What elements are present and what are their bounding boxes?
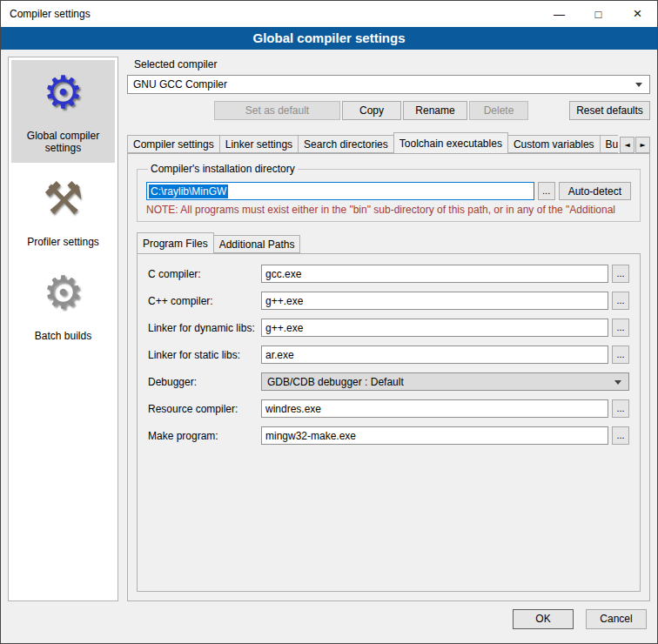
reset-defaults-button[interactable]: Reset defaults [569,101,650,120]
install-dir-row: C:\raylib\MinGW ... Auto-detect [146,182,631,200]
tab-search-directories[interactable]: Search directories [298,135,394,153]
tab-scroll-buttons: ◄ ► [618,137,650,153]
resource-compiler-row: Resource compiler: ... [148,399,629,418]
window-title: Compiler settings [1,1,540,27]
debugger-select-value: GDB/CDB debugger : Default [267,376,404,388]
dialog-content: ⚙ Global compiler settings ⚒ Profiler se… [1,50,657,605]
install-dir-browse-button[interactable]: ... [538,182,555,200]
tab-linker-settings[interactable]: Linker settings [219,135,299,153]
tabs-scroller: Compiler settings Linker settings Search… [127,132,618,153]
linker-static-input[interactable] [261,345,608,364]
ok-button[interactable]: OK [513,609,574,629]
install-dir-selected-text: C:\raylib\MinGW [149,184,228,198]
field-label: Linker for dynamic libs: [148,322,261,334]
tab-build-options-truncated[interactable]: Buil [600,135,618,153]
install-dir-input[interactable]: C:\raylib\MinGW [146,182,534,200]
linker-dynamic-browse-button[interactable]: ... [612,319,629,337]
sidebar-item-label: Profiler settings [13,236,113,248]
sidebar-item-global-compiler-settings[interactable]: ⚙ Global compiler settings [11,60,115,163]
chevron-down-icon [614,380,621,385]
page-title: Global compiler settings [1,27,657,50]
settings-tabstrip: Compiler settings Linker settings Search… [127,132,650,153]
program-files-panel: C compiler: ... C++ compiler: ... Linker… [137,253,641,592]
tab-scroll-left-button[interactable]: ◄ [620,137,634,153]
dialog-footer: OK Cancel [1,605,657,643]
compiler-combobox[interactable]: GNU GCC Compiler [127,75,650,94]
tab-program-files[interactable]: Program Files [137,232,214,253]
linker-static-browse-button[interactable]: ... [612,345,629,364]
field-label: C++ compiler: [148,295,261,307]
program-tabstrip: Program Files Additional Paths [137,232,641,253]
hammer-tools-icon: ⚒ [13,171,113,229]
sidebar-item-batch-builds[interactable]: ⚙ Batch builds [11,260,115,351]
gear-blue-icon: ⚙ [13,65,113,123]
gear-gray-icon: ⚙ [13,265,113,323]
cpp-compiler-browse-button[interactable]: ... [612,292,629,310]
field-label: Make program: [148,430,261,442]
resource-compiler-browse-button[interactable]: ... [612,399,629,418]
cpp-compiler-row: C++ compiler: ... [148,292,629,310]
field-label: Linker for static libs: [148,349,261,361]
field-label: Debugger: [148,376,261,388]
install-dir-legend: Compiler's installation directory [148,163,298,175]
copy-button[interactable]: Copy [342,101,401,120]
auto-detect-button[interactable]: Auto-detect [559,182,631,200]
field-label: Resource compiler: [148,403,261,415]
selected-compiler-label: Selected compiler [134,58,650,70]
make-program-browse-button[interactable]: ... [612,426,629,445]
compiler-actions: Set as default Copy Rename Delete Reset … [127,101,650,120]
resource-compiler-input[interactable] [261,399,608,418]
linker-dynamic-input[interactable] [261,319,608,337]
tab-toolchain-executables[interactable]: Toolchain executables [393,132,508,153]
note-text: NOTE: All programs must exist either in … [146,204,631,216]
chevron-down-icon [635,83,642,87]
debugger-row: Debugger: GDB/CDB debugger : Default [148,372,629,391]
compiler-settings-dialog: Compiler settings — □ × Global compiler … [0,0,658,644]
c-compiler-input[interactable] [261,265,608,283]
set-as-default-button: Set as default [214,101,340,120]
c-compiler-browse-button[interactable]: ... [612,265,629,283]
tab-scroll-right-button[interactable]: ► [635,137,650,153]
toolchain-executables-panel: Compiler's installation directory C:\ray… [127,153,650,601]
tab-custom-variables[interactable]: Custom variables [507,135,601,153]
main-panel: Selected compiler GNU GCC Compiler Set a… [127,57,650,601]
compiler-combobox-value: GNU GCC Compiler [133,78,227,91]
linker-static-row: Linker for static libs: ... [148,345,629,364]
make-program-input[interactable] [261,426,608,445]
tab-additional-paths[interactable]: Additional Paths [213,235,301,253]
titlebar: Compiler settings — □ × [1,1,657,27]
sidebar-item-label: Batch builds [13,330,113,342]
delete-button: Delete [469,101,528,120]
cpp-compiler-input[interactable] [261,292,608,310]
c-compiler-row: C compiler: ... [148,265,629,283]
close-button[interactable]: × [618,1,657,27]
make-program-row: Make program: ... [148,426,629,445]
linker-dynamic-row: Linker for dynamic libs: ... [148,319,629,337]
cancel-button[interactable]: Cancel [586,609,647,629]
sidebar-item-profiler-settings[interactable]: ⚒ Profiler settings [11,166,115,257]
minimize-button[interactable]: — [540,1,579,27]
sidebar-item-label: Global compiler settings [13,130,113,154]
rename-button[interactable]: Rename [403,101,467,120]
program-tabs-scroller: Program Files Additional Paths [137,232,641,253]
debugger-select[interactable]: GDB/CDB debugger : Default [261,372,629,391]
maximize-button[interactable]: □ [579,1,618,27]
tab-compiler-settings[interactable]: Compiler settings [127,135,220,153]
install-dir-groupbox: Compiler's installation directory C:\ray… [137,163,641,222]
settings-sidebar: ⚙ Global compiler settings ⚒ Profiler se… [8,57,118,601]
field-label: C compiler: [148,268,261,280]
